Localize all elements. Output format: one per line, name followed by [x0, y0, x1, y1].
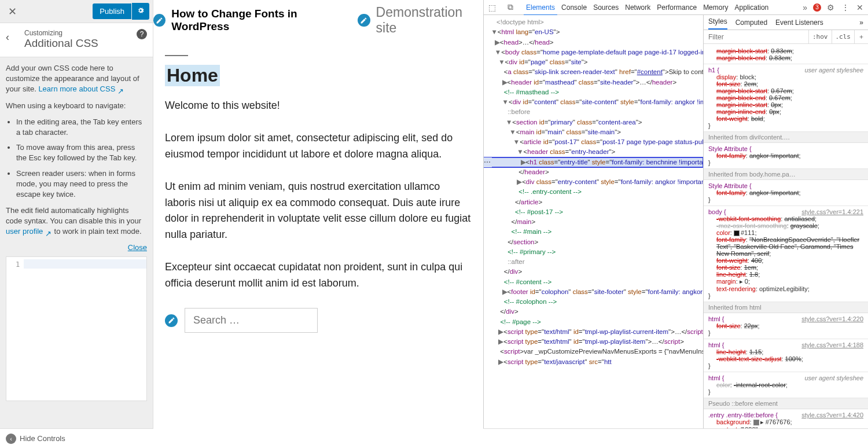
dom-node[interactable]: ::after	[484, 257, 703, 267]
dom-node[interactable]: </div>	[484, 307, 703, 317]
overflow-tabs-icon[interactable]: »	[859, 19, 863, 27]
list-item: Screen reader users: when in forms mode,…	[16, 168, 147, 200]
device-toolbar-icon[interactable]: ⧉	[506, 2, 514, 12]
dom-node[interactable]: <!-- #post-17 -->	[484, 207, 703, 217]
customizer-topbar: ✕ Publish	[0, 0, 153, 23]
dom-node[interactable]: <script>var _wpCustomizePreviewNavMenusE…	[484, 347, 703, 357]
style-rule[interactable]: html {style.css?ver=1.4:220font-size: 22…	[704, 313, 868, 339]
overflow-tabs-icon[interactable]: »	[801, 3, 808, 12]
devtools-menu-icon[interactable]: ⋮	[840, 3, 851, 12]
help-icon[interactable]: ?	[137, 29, 147, 39]
style-rule[interactable]: margin-block-start: 0.83em;margin-block-…	[704, 45, 868, 64]
dom-node[interactable]: <!-- #primary -->	[484, 247, 703, 257]
styles-filter-input[interactable]	[704, 31, 808, 43]
list-item: In the editing area, the Tab key enters …	[16, 117, 147, 138]
devtools-tab-console[interactable]: Console	[559, 1, 589, 14]
dom-node[interactable]: ▼<main id="main" class="site-main">	[484, 127, 703, 137]
dom-node[interactable]: ▼<header class="entry-header">	[484, 147, 703, 157]
kb-list: In the editing area, the Tab key enters …	[16, 117, 147, 200]
dom-node[interactable]: <!-- .entry-content -->	[484, 187, 703, 197]
cls-toggle[interactable]: .cls	[832, 30, 855, 43]
devtools-tab-network[interactable]: Network	[623, 1, 653, 14]
css-code-editor[interactable]: 1	[6, 256, 147, 401]
publish-button[interactable]: Publish	[93, 3, 131, 19]
dom-node[interactable]: <a class="skip-link screen-reader-text" …	[484, 67, 703, 77]
site-preview: How to Change Fonts in WordPress Demonst…	[153, 0, 483, 448]
style-rule[interactable]: Style Attribute {font-family: angkor !im…	[704, 180, 868, 206]
dom-node[interactable]: ▼<article id="post-17" class="post-17 pa…	[484, 137, 703, 147]
styles-tab-styles[interactable]: Styles	[708, 15, 727, 30]
style-rule[interactable]: html {style.css?ver=1.4:188line-height: …	[704, 339, 868, 372]
styles-tab-event-listeners[interactable]: Event Listeners	[775, 19, 823, 27]
dom-tree[interactable]: <!doctype html> ▼<html lang="en-US"> ▶<h…	[484, 15, 703, 435]
dom-node[interactable]: <!doctype html>	[484, 17, 703, 27]
customizer-header: ‹ Customizing Additional CSS ?	[0, 23, 153, 57]
new-rule-button[interactable]: ＋	[854, 30, 868, 43]
edit-shortcut-icon[interactable]	[153, 14, 165, 27]
styles-tab-computed[interactable]: Computed	[735, 19, 767, 27]
style-rule[interactable]: body {style.css?ver=1.4:221-webkit-font-…	[704, 206, 868, 302]
style-rule[interactable]: html {user agent stylesheecolor: -intern…	[704, 372, 868, 398]
devtools-tab-elements[interactable]: Elements	[524, 1, 557, 16]
style-rule[interactable]: h1 {user agent stylesheedisplay: block;f…	[704, 64, 868, 132]
content-paragraph: Ut enim ad minim veniam, quis nostrud ex…	[165, 179, 472, 244]
devtools-tab-sources[interactable]: Sources	[591, 1, 621, 14]
customizer-body: Add your own CSS code here to customize …	[0, 57, 153, 448]
learn-more-link[interactable]: Learn more about CSS ↗	[38, 85, 124, 93]
dom-node[interactable]: ▼<section id="primary" class="content-ar…	[484, 117, 703, 127]
auto-highlight-text: The edit field automatically highlights …	[6, 206, 141, 225]
user-profile-link[interactable]: user profile ↗	[6, 227, 52, 236]
devtools-tab-memory[interactable]: Memory	[701, 1, 730, 14]
customizer-subtitle: Customizing	[24, 29, 146, 37]
dom-node[interactable]: ▼<div id="content" class="site-content" …	[484, 97, 703, 107]
dom-node[interactable]: ▶<script type="text/html" id="tmpl-wp-pl…	[484, 327, 703, 337]
site-title[interactable]: How to Change Fonts in WordPress	[171, 8, 352, 33]
dom-node[interactable]: <!-- #page -->	[484, 317, 703, 327]
back-chevron-icon[interactable]: ‹	[6, 31, 9, 43]
dom-node[interactable]: <!-- #colophon -->	[484, 297, 703, 307]
edit-shortcut-icon[interactable]	[165, 314, 178, 327]
inspect-element-icon[interactable]: ⬚	[487, 3, 497, 12]
dom-node[interactable]: ▶<h1 class="entry-title" style="font-fam…	[484, 157, 703, 167]
dom-node[interactable]: ▶<header id="masthead" class="site-heade…	[484, 78, 703, 87]
dom-node[interactable]: ▼<body class="home page-template-default…	[484, 47, 703, 57]
styles-rules[interactable]: margin-block-start: 0.83em;margin-block-…	[704, 44, 868, 448]
settings-icon[interactable]: ⚙	[826, 3, 836, 12]
style-rule[interactable]: Style Attribute {font-family: angkor !im…	[704, 143, 868, 169]
list-item: To move away from this area, press the E…	[16, 142, 147, 163]
content-paragraph: Excepteur sint occaecat cupidatat non pr…	[165, 259, 472, 292]
close-help-link[interactable]: Close	[6, 243, 147, 252]
close-icon[interactable]: ✕	[3, 3, 21, 20]
devtools-tab-application[interactable]: Application	[733, 1, 771, 14]
dom-node[interactable]: </div>	[484, 267, 703, 277]
dom-node[interactable]: <!-- #main -->	[484, 227, 703, 237]
edit-shortcut-icon[interactable]	[358, 14, 370, 27]
dom-node[interactable]: </header>	[484, 167, 703, 177]
dom-node[interactable]: ▼<html lang="en-US">	[484, 27, 703, 37]
dom-node[interactable]: ▶<head>…</head>	[484, 38, 703, 47]
dom-node[interactable]: ▶<footer id="colophon" class="site-foote…	[484, 287, 703, 297]
dom-node[interactable]: ::before	[484, 107, 703, 117]
styles-tabs: StylesComputedEvent Listeners»	[704, 15, 868, 30]
close-devtools-icon[interactable]: ✕	[855, 3, 865, 12]
dom-node[interactable]: </article>	[484, 197, 703, 207]
dom-node[interactable]: ▶<script type="text/html" id="tmpl-wp-pl…	[484, 337, 703, 347]
dom-node[interactable]: ▶<script type="text/javascript" src="htt	[484, 357, 703, 367]
external-link-icon: ↗	[117, 86, 124, 93]
dom-node[interactable]: </section>	[484, 237, 703, 247]
devtools-tab-performance[interactable]: Performance	[654, 1, 699, 14]
search-input[interactable]	[185, 308, 318, 333]
error-badge[interactable]: 3	[813, 3, 821, 12]
styles-inherited-separator: Inherited from body.home.pa…	[704, 169, 868, 180]
hov-toggle[interactable]: :hov	[808, 30, 832, 43]
dom-node[interactable]: <!-- #masthead -->	[484, 87, 703, 97]
content-paragraph: Welcome to this website!	[165, 98, 472, 114]
dom-node[interactable]: ▶<div class="entry-content" style="font-…	[484, 177, 703, 187]
dom-node[interactable]: <!-- #content -->	[484, 277, 703, 287]
title-decoration	[165, 55, 188, 56]
dom-node[interactable]: ▼<div id="page" class="site">	[484, 57, 703, 67]
dom-node[interactable]: </main>	[484, 217, 703, 227]
styles-inherited-separator: Pseudo ::before element	[704, 398, 868, 409]
gear-icon[interactable]	[132, 3, 149, 20]
styles-pane: StylesComputedEvent Listeners» :hov .cls…	[703, 15, 868, 448]
